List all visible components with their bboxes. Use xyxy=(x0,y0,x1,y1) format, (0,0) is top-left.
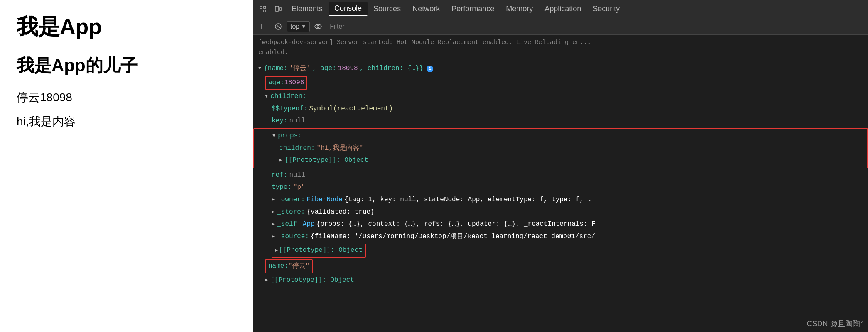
info-icon: i xyxy=(427,66,433,72)
console-toolbar: top ▼ xyxy=(253,18,868,35)
filter-input[interactable] xyxy=(326,22,865,31)
console-output: [webpack-dev-server] Server started: Hot… xyxy=(253,35,868,332)
props-expand-icon xyxy=(272,132,275,140)
svg-point-11 xyxy=(317,25,319,27)
children-header-line[interactable]: children: xyxy=(253,90,868,103)
tab-elements[interactable]: Elements xyxy=(286,2,329,16)
name-highlight-box: name: "停云" xyxy=(265,259,313,273)
type-line[interactable]: type: "p" xyxy=(253,181,868,194)
object-root-line[interactable]: {name: '停云' , age: 18098 , children: {…}… xyxy=(253,63,868,75)
svg-rect-6 xyxy=(260,24,267,29)
children-expand-icon xyxy=(265,93,268,100)
proto-icon xyxy=(275,247,278,255)
props-header: props: xyxy=(272,130,849,142)
tab-performance[interactable]: Performance xyxy=(446,2,500,16)
key-line[interactable]: key: null xyxy=(253,115,868,127)
webpack-message: [webpack-dev-server] Server started: Hot… xyxy=(253,37,868,59)
devtools-tabs-bar: Elements Console Sources Network Perform… xyxy=(253,0,868,18)
owner-icon xyxy=(272,196,275,204)
ref-line[interactable]: ref: null xyxy=(253,169,868,182)
tab-security[interactable]: Security xyxy=(587,2,625,16)
props-prototype-line: [[Prototype]]: Object xyxy=(272,154,849,167)
app-child-title: 我是App的儿子 xyxy=(17,54,237,77)
devtools-panel: Elements Console Sources Network Perform… xyxy=(253,0,868,332)
tab-memory[interactable]: Memory xyxy=(500,2,539,16)
svg-rect-5 xyxy=(280,7,281,11)
watermark: CSDN @且陶陶° xyxy=(807,319,863,329)
context-label: top xyxy=(290,23,299,30)
svg-rect-4 xyxy=(275,6,279,11)
svg-rect-1 xyxy=(264,6,266,8)
expand-icon xyxy=(258,65,261,73)
store-icon xyxy=(272,208,275,216)
source-icon xyxy=(272,233,275,241)
source-line[interactable]: _source: {fileName: '/Users/morning/Desk… xyxy=(253,231,868,243)
device-icon[interactable] xyxy=(271,2,285,16)
store-line[interactable]: _store: {validated: true} xyxy=(253,206,868,219)
owner-line[interactable]: _owner: FiberNode {tag: 1, key: null, st… xyxy=(253,194,868,206)
sidebar-toggle-icon[interactable] xyxy=(257,20,270,33)
svg-line-9 xyxy=(277,25,280,28)
svg-point-10 xyxy=(315,24,321,29)
app-title: 我是App xyxy=(17,12,237,42)
tab-console[interactable]: Console xyxy=(329,2,368,16)
name-line[interactable]: name: "停云" xyxy=(253,259,868,274)
self-line[interactable]: _self: App {props: {…}, context: {…}, re… xyxy=(253,218,868,231)
eye-icon[interactable] xyxy=(311,20,325,33)
typeof-line[interactable]: $$typeof: Symbol(react.element) xyxy=(253,103,868,115)
line-2: hi,我是内容 xyxy=(17,114,237,129)
final-proto-icon xyxy=(265,276,268,284)
tab-sources[interactable]: Sources xyxy=(368,2,407,16)
inspect-icon[interactable] xyxy=(256,2,270,16)
tab-network[interactable]: Network xyxy=(407,2,446,16)
dropdown-arrow-icon: ▼ xyxy=(301,24,306,29)
context-selector[interactable]: top ▼ xyxy=(287,21,310,32)
line-1: 停云18098 xyxy=(17,90,237,105)
age-highlight-box: age: 18098 xyxy=(265,76,307,90)
props-proto-icon xyxy=(279,156,282,164)
tab-application[interactable]: Application xyxy=(539,2,587,16)
left-panel: 我是App 我是App的儿子 停云18098 hi,我是内容 xyxy=(0,0,253,332)
age-line[interactable]: age: 18098 xyxy=(253,75,868,91)
svg-rect-3 xyxy=(264,10,266,12)
prototype-highlight-box[interactable]: [[Prototype]]: Object xyxy=(272,244,366,258)
props-section-box[interactable]: props: children: "hi,我是内容" [[Prototype]]… xyxy=(253,128,868,168)
props-children-line: children: "hi,我是内容" xyxy=(272,142,849,155)
clear-icon[interactable] xyxy=(272,20,285,33)
svg-rect-0 xyxy=(260,6,262,8)
self-icon xyxy=(272,220,275,228)
svg-rect-2 xyxy=(260,10,262,12)
final-prototype-line[interactable]: [[Prototype]]: Object xyxy=(253,274,868,287)
